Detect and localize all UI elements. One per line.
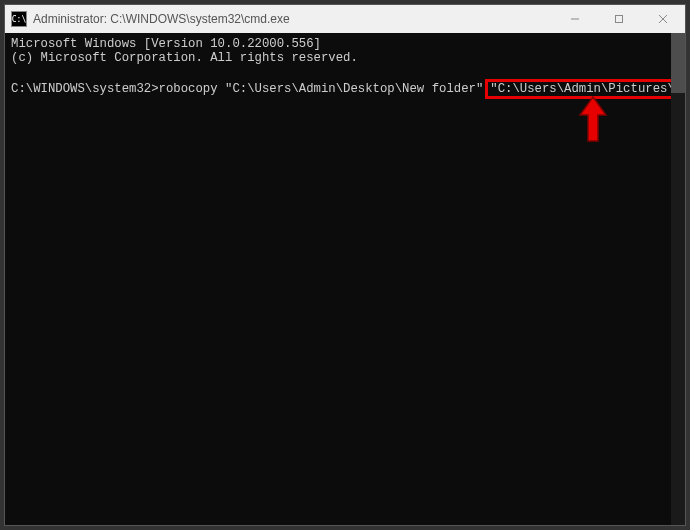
window-title: Administrator: C:\WINDOWS\system32\cmd.e… [33,12,553,26]
scrollbar-thumb[interactable] [671,33,685,93]
minimize-button[interactable] [553,5,597,33]
terminal-command: robocopy "C:\Users\Admin\Desktop\New fol… [159,82,484,96]
cmd-window: C:\ Administrator: C:\WINDOWS\system32\c… [4,4,686,526]
terminal-line: Microsoft Windows [Version 10.0.22000.55… [11,37,321,51]
terminal-line: (c) Microsoft Corporation. All rights re… [11,51,358,65]
scrollbar-vertical[interactable] [671,33,685,525]
terminal-prompt: C:\WINDOWS\system32> [11,82,159,96]
titlebar[interactable]: C:\ Administrator: C:\WINDOWS\system32\c… [5,5,685,33]
window-controls [553,5,685,33]
maximize-button[interactable] [597,5,641,33]
annotation-arrow-icon [578,95,608,145]
svg-rect-1 [616,16,623,23]
close-button[interactable] [641,5,685,33]
cmd-icon: C:\ [11,11,27,27]
